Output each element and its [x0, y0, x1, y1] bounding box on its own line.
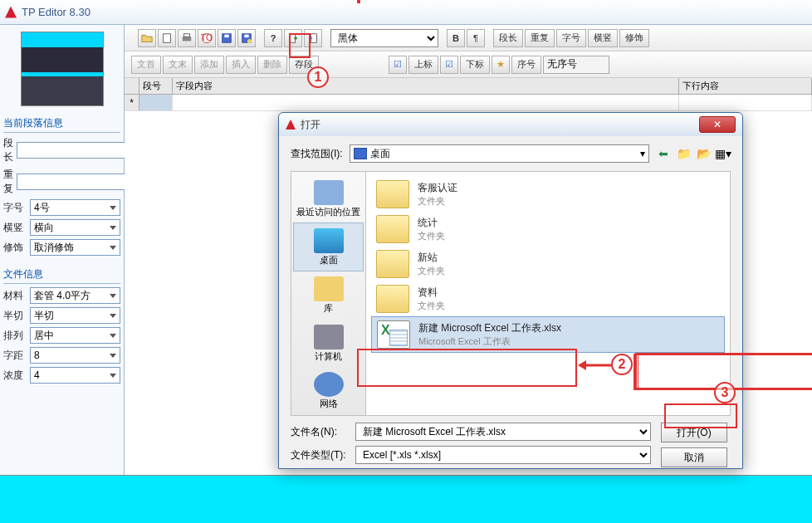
toolbar-secondary: 文首 文末 添加 插入 删除 存段 ☑ 上标 ☑ 下标 ★ 序号: [125, 51, 812, 78]
export-icon[interactable]: [304, 29, 322, 47]
svg-text:STOP: STOP: [201, 32, 213, 42]
dialog-title: 打开: [301, 118, 699, 132]
list-item[interactable]: 统计文件夹: [371, 212, 725, 247]
select-halfcut[interactable]: 半切: [30, 307, 120, 324]
row-marker: *: [125, 95, 139, 110]
svg-rect-0: [164, 33, 171, 42]
list-item[interactable]: 新站文件夹: [371, 247, 725, 281]
place-desktop[interactable]: 桌面: [293, 222, 364, 271]
save-icon[interactable]: [218, 29, 236, 47]
seq-star-icon[interactable]: ★: [492, 56, 510, 74]
view-menu-icon[interactable]: ▦▾: [716, 146, 731, 161]
svg-rect-2: [184, 33, 190, 37]
label-density: 浓度: [3, 369, 27, 383]
col-segno: 段号: [139, 78, 173, 94]
col-content: 字段内容: [173, 78, 679, 94]
svg-rect-1: [183, 37, 192, 41]
bold-button[interactable]: B: [447, 29, 465, 47]
doc-end-button[interactable]: 文末: [163, 56, 193, 74]
import-icon[interactable]: [284, 29, 302, 47]
noseq-field: [543, 56, 609, 74]
seglen-button[interactable]: 段长: [493, 29, 523, 47]
repeat-button[interactable]: 重复: [525, 29, 555, 47]
table-row[interactable]: *: [125, 95, 812, 111]
dropdown-icon[interactable]: ▾: [640, 148, 645, 159]
look-in-label: 查找范围(I):: [291, 147, 343, 161]
new-folder-icon[interactable]: 📂: [696, 146, 711, 161]
place-network[interactable]: 网络: [291, 367, 365, 414]
up-icon[interactable]: 📁: [676, 146, 691, 161]
label-decorate: 修饰: [3, 241, 27, 255]
select-density[interactable]: 4: [30, 367, 120, 384]
cancel-button[interactable]: 取消: [661, 447, 727, 467]
place-recent[interactable]: 最近访问的位置: [291, 175, 365, 222]
add-button[interactable]: 添加: [194, 56, 224, 74]
filetype-label: 文件类型(T):: [291, 448, 349, 462]
sub-button[interactable]: 下标: [460, 56, 490, 74]
toolbar-main: STOP ? 黑体 B ¶ 段长 重复 字号 横竖 修饰: [125, 25, 812, 51]
section-header-file: 文件信息: [3, 266, 120, 284]
label-halfcut: 半切: [3, 309, 27, 323]
list-item[interactable]: 资料文件夹: [371, 281, 725, 316]
look-in-value[interactable]: 桌面: [370, 147, 637, 161]
delete-button[interactable]: 删除: [257, 56, 287, 74]
pilcrow-button[interactable]: ¶: [467, 29, 485, 47]
sub-check-icon[interactable]: ☑: [440, 56, 458, 74]
saveas-icon[interactable]: [237, 29, 256, 47]
dialog-logo-icon: [286, 120, 296, 130]
open-button[interactable]: 打开(O): [661, 423, 727, 442]
filename-label: 文件名(N):: [291, 425, 349, 439]
fontsize-button[interactable]: 字号: [556, 29, 586, 47]
select-orient[interactable]: 横向: [30, 219, 120, 236]
excel-icon: [377, 320, 410, 349]
select-decorate[interactable]: 取消修饰: [30, 239, 120, 256]
folder-icon: [376, 250, 409, 278]
app-logo-icon: [5, 7, 17, 18]
filetype-field[interactable]: Excel [*.xls *.xlsx]: [355, 446, 651, 464]
open-icon[interactable]: [138, 29, 156, 47]
footer-strip: [0, 475, 812, 523]
font-family-select[interactable]: 黑体: [330, 29, 438, 47]
new-icon[interactable]: [158, 29, 176, 47]
sup-button[interactable]: 上标: [408, 56, 438, 74]
stop-icon[interactable]: STOP: [198, 29, 216, 47]
place-library[interactable]: 库: [291, 271, 365, 319]
col-next: 下行内容: [679, 78, 812, 94]
help-icon[interactable]: ?: [264, 29, 282, 47]
select-font[interactable]: 4号: [30, 199, 120, 216]
label-align: 排列: [3, 329, 27, 343]
place-computer[interactable]: 计算机: [291, 320, 365, 367]
svg-rect-8: [244, 34, 248, 37]
label-orient: 横竖: [3, 221, 27, 235]
desktop-icon: [354, 148, 367, 159]
label-font: 字号: [3, 201, 27, 215]
print-icon[interactable]: [178, 29, 196, 47]
left-panel: 当前段落信息 段长 重复 字号4号 横竖横向 修饰取消修饰 文件信息 材料套管 …: [0, 25, 125, 498]
device-image: [21, 32, 104, 106]
select-spacing[interactable]: 8: [30, 347, 120, 364]
svg-point-9: [247, 38, 252, 42]
sup-check-icon[interactable]: ☑: [389, 56, 407, 74]
folder-icon: [376, 285, 409, 313]
decorate-button[interactable]: 修饰: [619, 29, 649, 47]
label-material: 材料: [3, 289, 27, 303]
insert-button[interactable]: 插入: [226, 56, 256, 74]
folder-icon: [376, 215, 409, 243]
orient-button[interactable]: 横竖: [588, 29, 618, 47]
svg-rect-6: [224, 34, 228, 37]
label-repeat: 重复: [3, 168, 13, 196]
doc-start-button[interactable]: 文首: [131, 56, 161, 74]
close-button[interactable]: ✕: [699, 116, 736, 133]
select-align[interactable]: 居中: [30, 327, 120, 344]
select-material[interactable]: 套管 4.0平方: [30, 287, 120, 304]
grid-header: 段号 字段内容 下行内容: [125, 78, 812, 95]
back-icon[interactable]: ⬅: [656, 146, 671, 161]
save-seg-button[interactable]: 存段: [289, 56, 319, 74]
section-header-paragraph: 当前段落信息: [3, 115, 120, 133]
list-item-selected[interactable]: 新建 Microsoft Excel 工作表.xlsxMicrosoft Exc…: [371, 316, 725, 353]
list-item[interactable]: 客服认证文件夹: [371, 177, 725, 212]
title-bar: TP Editor 8.30: [0, 0, 812, 25]
filename-field[interactable]: 新建 Microsoft Excel 工作表.xlsx: [355, 423, 651, 441]
dialog-title-bar: 打开 ✕: [279, 113, 742, 136]
seq-button[interactable]: 序号: [511, 56, 541, 74]
